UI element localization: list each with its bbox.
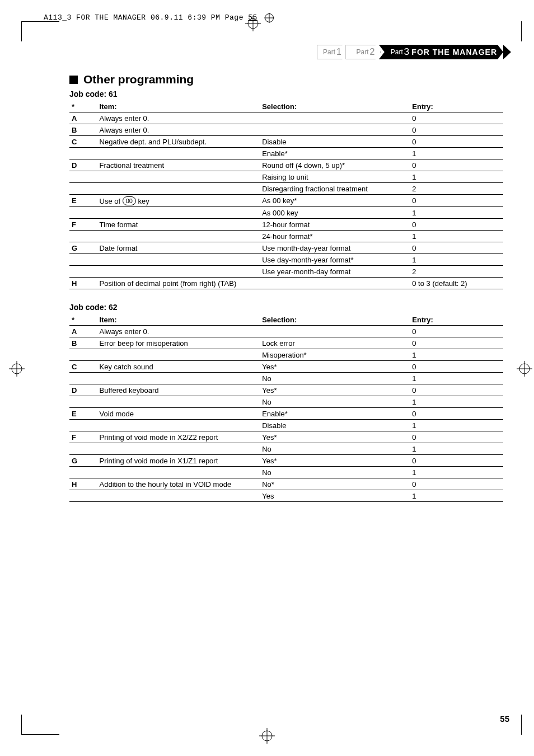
table-row: EVoid modeEnable*0: [69, 408, 503, 420]
row-item: Printing of void mode in X1/Z1 report: [97, 455, 260, 467]
row-entry: 0: [410, 478, 503, 490]
row-item: [97, 171, 260, 183]
row-item: [97, 207, 260, 219]
row-letter: D: [69, 159, 97, 171]
section-title: Other programming: [69, 73, 503, 86]
row-letter: C: [69, 136, 97, 148]
crumb-num: 2: [369, 47, 374, 57]
col-star: *: [69, 101, 97, 112]
row-item: Always enter 0.: [97, 124, 260, 136]
table-row: GPrinting of void mode in X1/Z1 reportYe…: [69, 455, 503, 467]
row-selection: Disable: [260, 136, 410, 148]
table-row: Raising to unit1: [69, 171, 503, 183]
row-item: [97, 467, 260, 478]
row-item: Key catch sound: [97, 361, 260, 373]
row-selection: Raising to unit: [260, 171, 410, 183]
row-selection: Use day-month-year format*: [260, 254, 410, 266]
job61-table: * Item: Selection: Entry: AAlways enter …: [69, 101, 503, 289]
col-star: *: [69, 314, 97, 326]
row-entry: 0: [410, 431, 503, 443]
row-item: [97, 266, 260, 278]
row-letter: A: [69, 326, 97, 337]
row-item: Buffered keyboard: [97, 384, 260, 396]
row-selection: Yes*: [260, 455, 410, 467]
table-row: No1: [69, 443, 503, 455]
row-letter: A: [69, 112, 97, 124]
table-row: GDate formatUse month-day-year format0: [69, 242, 503, 254]
row-letter: C: [69, 361, 97, 373]
col-item: Item:: [97, 101, 260, 112]
row-selection: As 000 key: [260, 207, 410, 219]
page-number: 55: [500, 714, 509, 724]
job62-table: * Item: Selection: Entry: AAlways enter …: [69, 314, 503, 502]
row-item: Addition to the hourly total in VOID mod…: [97, 478, 260, 490]
row-entry: 0: [410, 124, 503, 136]
row-entry: 0: [410, 242, 503, 254]
table-row: HPosition of decimal point (from right) …: [69, 278, 503, 289]
table-row: As 000 key1: [69, 207, 503, 219]
crumb-num: 1: [336, 47, 341, 57]
row-entry: 0: [410, 326, 503, 337]
row-letter: F: [69, 219, 97, 231]
row-entry: 0: [410, 408, 503, 420]
col-entry: Entry:: [410, 314, 503, 326]
row-entry: 0 to 3 (default: 2): [410, 278, 503, 289]
row-selection: Disregarding fractional treatment: [260, 183, 410, 195]
row-letter: [69, 396, 97, 408]
crop-mark-bottom-right: [521, 715, 522, 735]
row-letter: [69, 266, 97, 278]
table-row: FTime format12-hour format0: [69, 219, 503, 231]
table-row: AAlways enter 0.0: [69, 112, 503, 124]
row-item: Printing of void mode in X2/Z2 report: [97, 431, 260, 443]
row-selection: [260, 124, 410, 136]
row-entry: 1: [410, 396, 503, 408]
crumb-prefix: Part: [323, 48, 335, 56]
row-letter: G: [69, 242, 97, 254]
row-letter: [69, 467, 97, 478]
row-item: Always enter 0.: [97, 326, 260, 337]
row-item: [97, 183, 260, 195]
crumb-part2: Part2: [345, 45, 381, 59]
row-letter: H: [69, 478, 97, 490]
row-letter: [69, 207, 97, 219]
job-code-62-label: Job code: 62: [69, 303, 503, 312]
row-letter: E: [69, 195, 97, 207]
row-item: Always enter 0.: [97, 112, 260, 124]
row-selection: No: [260, 467, 410, 478]
job-code-61-label: Job code: 61: [69, 90, 503, 98]
register-mark-left-icon: [9, 361, 25, 379]
row-item: [97, 443, 260, 455]
row-entry: 1: [410, 231, 503, 242]
row-letter: [69, 349, 97, 361]
row-selection: Disable: [260, 420, 410, 431]
row-selection: 24-hour format*: [260, 231, 410, 242]
row-selection: No: [260, 443, 410, 455]
table-row: HAddition to the hourly total in VOID mo…: [69, 478, 503, 490]
row-selection: Enable*: [260, 148, 410, 159]
row-selection: Use year-month-day format: [260, 266, 410, 278]
col-entry: Entry:: [410, 101, 503, 112]
row-entry: 1: [410, 467, 503, 478]
row-selection: [260, 278, 410, 289]
crop-mark-top-right: [521, 21, 522, 41]
row-item: Use of 00 key: [97, 195, 260, 207]
row-entry: 1: [410, 420, 503, 431]
row-entry: 1: [410, 349, 503, 361]
row-entry: 2: [410, 183, 503, 195]
row-entry: 1: [410, 171, 503, 183]
row-entry: 0: [410, 384, 503, 396]
crumb-num: 3: [404, 46, 409, 58]
row-letter: [69, 254, 97, 266]
row-letter: [69, 171, 97, 183]
row-letter: [69, 373, 97, 384]
row-item: Position of decimal point (from right) (…: [97, 278, 260, 289]
row-entry: 1: [410, 373, 503, 384]
row-letter: G: [69, 455, 97, 467]
row-selection: 12-hour format: [260, 219, 410, 231]
table-row: CKey catch soundYes*0: [69, 361, 503, 373]
register-mark-top-icon: [245, 16, 261, 34]
row-selection: No*: [260, 478, 410, 490]
row-item: [97, 490, 260, 502]
table-row: AAlways enter 0.0: [69, 326, 503, 337]
crumb-part1: Part1: [317, 45, 348, 59]
